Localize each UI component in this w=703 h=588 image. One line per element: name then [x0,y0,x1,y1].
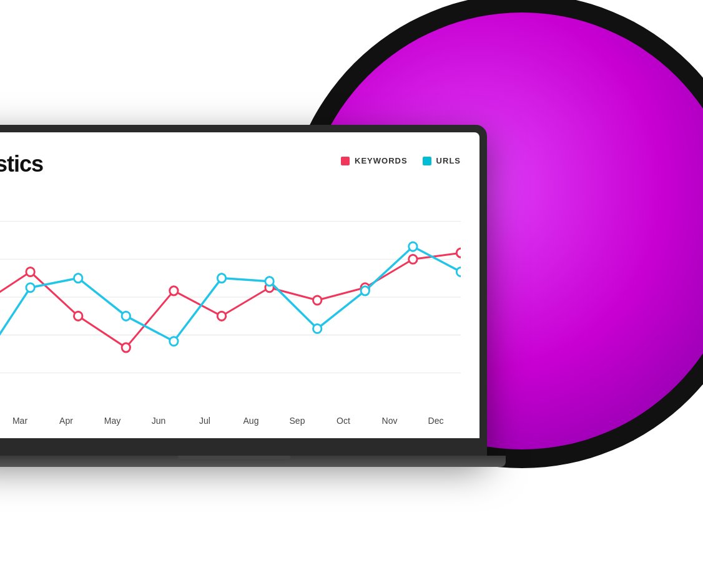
laptop-body: tistics KEYWORDS URLS [0,125,487,456]
chart-legend: KEYWORDS URLS [341,156,461,165]
urls-legend-dot [423,157,431,165]
svg-point-10 [217,311,225,320]
svg-point-22 [265,277,273,286]
x-label-mar: Mar [1,416,39,426]
laptop-wrapper: tistics KEYWORDS URLS [0,125,506,487]
chart-header: tistics KEYWORDS URLS [0,151,461,177]
svg-point-19 [122,311,130,320]
keywords-legend-item: KEYWORDS [341,156,408,165]
svg-point-8 [122,343,130,352]
chart-svg [0,190,461,411]
svg-point-21 [217,274,225,283]
svg-point-6 [26,267,34,276]
x-label-dec: Dec [417,416,455,426]
laptop-screen: tistics KEYWORDS URLS [0,132,479,438]
urls-legend-item: URLS [423,156,461,165]
x-label-jul: Jul [186,416,224,426]
x-label-sep: Sep [278,416,316,426]
keywords-legend-dot [341,157,350,165]
chart-container: tistics KEYWORDS URLS [0,132,479,438]
svg-point-24 [361,287,369,295]
x-axis: Mar Apr May Jun Jul Aug Sep Oct Nov Dec [0,411,461,426]
svg-point-7 [74,311,82,320]
chart-title: tistics [0,151,43,177]
x-label-apr: Apr [47,416,85,426]
x-label-aug: Aug [232,416,270,426]
x-label-nov: Nov [371,416,408,426]
x-label-may: May [94,416,131,426]
keywords-legend-label: KEYWORDS [355,156,408,165]
svg-point-12 [313,296,321,305]
svg-point-18 [74,274,82,283]
x-label-jun: Jun [140,416,177,426]
svg-point-25 [409,242,417,251]
svg-point-20 [170,337,178,346]
chart-area [0,190,461,411]
svg-point-9 [170,287,178,295]
svg-point-23 [313,324,321,333]
svg-point-26 [456,267,461,276]
laptop-base [0,456,506,467]
x-label-oct: Oct [325,416,362,426]
svg-point-14 [409,255,417,263]
svg-point-17 [26,283,34,292]
urls-legend-label: URLS [436,156,461,165]
svg-point-15 [456,248,461,257]
